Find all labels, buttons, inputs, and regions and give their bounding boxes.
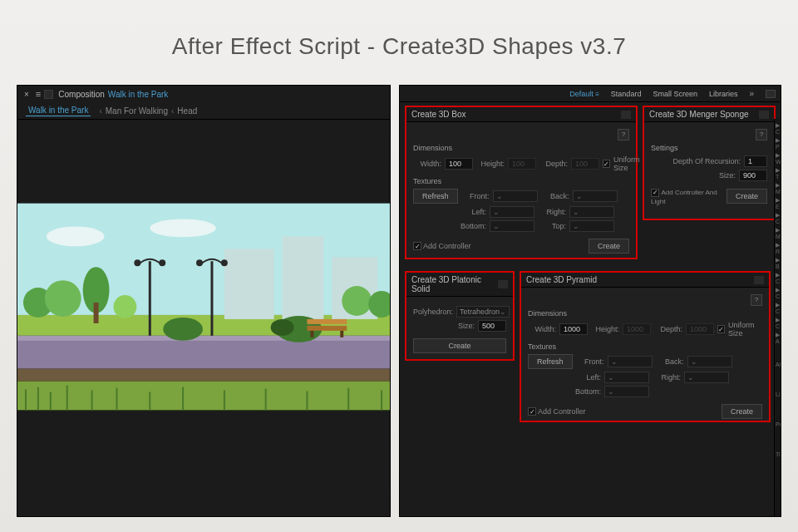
- collapsed-panel-tab[interactable]: ▶ C: [775, 209, 781, 224]
- create-button[interactable]: Create: [413, 338, 506, 353]
- svg-point-16: [342, 286, 372, 316]
- right-label: Right:: [653, 373, 681, 382]
- refresh-button[interactable]: Refresh: [413, 189, 458, 204]
- composition-label: Composition: [58, 90, 105, 99]
- collapsed-panel-tab[interactable]: [775, 433, 781, 448]
- top-dropdown[interactable]: [569, 220, 614, 232]
- create-button[interactable]: Create: [589, 239, 629, 254]
- collapsed-panel-tab[interactable]: [775, 403, 781, 418]
- svg-rect-29: [310, 331, 313, 337]
- collapsed-panel-tab[interactable]: ▶ E: [775, 194, 781, 209]
- collapsed-panel-tab[interactable]: Li: [775, 388, 781, 403]
- breadcrumb-item[interactable]: Head: [177, 106, 197, 116]
- bottom-label: Bottom:: [573, 387, 601, 396]
- workspace-tab-default[interactable]: Default ≡: [569, 90, 599, 98]
- refresh-button[interactable]: Refresh: [528, 354, 573, 369]
- collapsed-panel-tab[interactable]: [775, 343, 781, 358]
- composition-viewer[interactable]: [17, 203, 390, 411]
- workspace-tab-standard[interactable]: Standard: [611, 90, 642, 98]
- help-button[interactable]: ?: [756, 129, 767, 140]
- right-dropdown[interactable]: [569, 206, 614, 218]
- collapsed-panel-tab[interactable]: [775, 373, 781, 388]
- collapsed-panel-tab[interactable]: ▶ T: [775, 164, 781, 179]
- panel-title: Create 3D Box: [411, 110, 466, 119]
- collapsed-panel-tab[interactable]: ▶ M: [775, 179, 781, 194]
- collapsed-panel-tab[interactable]: ▶ B: [775, 254, 781, 268]
- workspace-tab-small[interactable]: Small Screen: [653, 90, 697, 98]
- width-input[interactable]: [559, 323, 588, 335]
- collapsed-panel-tab[interactable]: ▶ W: [775, 149, 781, 164]
- svg-rect-6: [224, 249, 274, 319]
- add-controller-light-checkbox[interactable]: [651, 189, 659, 197]
- collapsed-panel-tab[interactable]: ▶ M: [775, 224, 781, 239]
- breadcrumb-item[interactable]: Walk in the Park: [26, 105, 91, 116]
- panel-title: Create 3D Pyramid: [526, 275, 597, 284]
- panel-menu-icon[interactable]: [754, 276, 764, 284]
- right-dropdown[interactable]: [684, 372, 729, 383]
- height-label: Height:: [591, 325, 619, 333]
- uniform-size-checkbox[interactable]: [603, 160, 610, 168]
- depth-label: Depth:: [539, 160, 568, 168]
- script-panels: Default ≡ Standard Small Screen Librarie…: [399, 85, 781, 517]
- layer-toggle-icon[interactable]: [44, 90, 53, 99]
- add-controller-checkbox[interactable]: [413, 242, 421, 250]
- help-button[interactable]: ?: [618, 129, 629, 140]
- workspace-tab-libraries[interactable]: Libraries: [709, 90, 738, 98]
- panel-menu-icon[interactable]: [498, 280, 508, 288]
- front-dropdown[interactable]: [493, 190, 538, 202]
- search-icon[interactable]: [766, 90, 776, 98]
- height-label: Height:: [476, 160, 505, 168]
- collapsed-panel-tab[interactable]: ▶ C: [775, 268, 781, 283]
- polyhedron-dropdown[interactable]: Tetrahedron: [456, 306, 510, 318]
- panel-title: Create 3D Platonic Solid: [411, 275, 498, 293]
- svg-rect-3: [17, 336, 390, 341]
- front-dropdown[interactable]: [608, 356, 653, 367]
- composition-panel: × ≡ Composition Walk in the Park Walk in…: [17, 85, 391, 517]
- breadcrumb: Walk in the Park ‹ Man For Walking ‹ Hea…: [17, 102, 390, 120]
- collapsed-panel-tab[interactable]: ▶ C: [775, 313, 781, 328]
- svg-rect-7: [283, 236, 324, 319]
- collapsed-panel-tab[interactable]: ▶ C: [775, 298, 781, 313]
- uniform-size-label: Uniform Size: [728, 321, 762, 337]
- panel-menu-icon[interactable]: ≡: [36, 89, 41, 99]
- collapsed-panel-tab[interactable]: Al: [775, 358, 781, 373]
- collapsed-panel-tab[interactable]: Pr: [775, 418, 781, 433]
- svg-rect-14: [94, 303, 99, 323]
- front-label: Front:: [461, 192, 490, 200]
- uniform-size-checkbox[interactable]: [717, 325, 725, 333]
- left-dropdown[interactable]: [490, 206, 534, 218]
- workspace-overflow-icon[interactable]: »: [749, 89, 754, 98]
- composition-name[interactable]: Walk in the Park: [108, 90, 168, 99]
- depth-input: [686, 323, 714, 335]
- depth-recursion-input[interactable]: [744, 155, 767, 167]
- add-controller-checkbox[interactable]: [528, 407, 536, 416]
- close-icon[interactable]: ×: [24, 90, 29, 99]
- collapsed-panel-tab[interactable]: ▶ A: [775, 328, 781, 343]
- collapsed-panel-tab[interactable]: ▶ C: [775, 119, 781, 134]
- bottom-dropdown[interactable]: [604, 386, 649, 397]
- left-dropdown[interactable]: [604, 372, 649, 383]
- create-button[interactable]: Create: [722, 404, 762, 419]
- collapsed-panel-tab[interactable]: ▶ P: [775, 134, 781, 149]
- help-button[interactable]: ?: [751, 294, 762, 306]
- width-input[interactable]: [445, 158, 473, 170]
- breadcrumb-item[interactable]: Man For Walking: [106, 106, 168, 116]
- left-label: Left:: [573, 373, 601, 382]
- page-title: After Effect Script - Create3D Shapes v3…: [0, 0, 798, 85]
- composition-header: × ≡ Composition Walk in the Park: [17, 86, 390, 102]
- back-dropdown[interactable]: [573, 190, 618, 202]
- svg-point-10: [150, 219, 216, 237]
- back-label: Back:: [541, 192, 569, 200]
- svg-rect-30: [340, 331, 343, 337]
- add-controller-label: Add Controller: [538, 407, 586, 416]
- panel-menu-icon[interactable]: [621, 111, 631, 119]
- panel-menu-icon[interactable]: [759, 111, 769, 119]
- collapsed-panel-tab[interactable]: ▶ R: [775, 239, 781, 254]
- create-button[interactable]: Create: [727, 189, 767, 204]
- size-input[interactable]: [478, 320, 506, 332]
- size-input[interactable]: [739, 170, 767, 181]
- collapsed-panel-tab[interactable]: ▶ C: [775, 283, 781, 298]
- back-dropdown[interactable]: [687, 356, 732, 367]
- collapsed-panel-tab[interactable]: Ti: [775, 448, 781, 463]
- bottom-dropdown[interactable]: [490, 220, 534, 232]
